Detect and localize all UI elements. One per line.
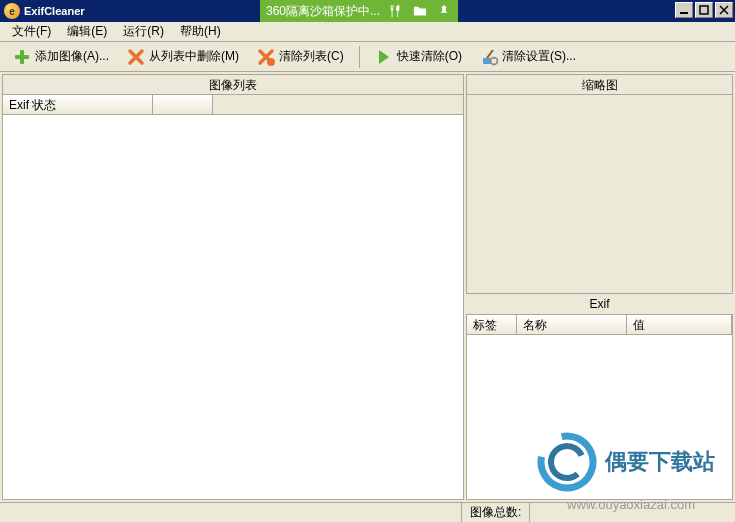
image-list[interactable]: Exif 状态	[3, 95, 463, 499]
value-column[interactable]: 值	[627, 315, 732, 334]
image-list-title: 图像列表	[3, 75, 463, 95]
clear-list-icon	[257, 48, 275, 66]
sandbox-pin-icon[interactable]	[436, 3, 452, 19]
menu-edit[interactable]: 编辑(E)	[59, 21, 115, 42]
statusbar: 图像总数:	[0, 502, 735, 522]
quick-clean-button[interactable]: 快速清除(O)	[368, 45, 469, 69]
sandbox-folder-icon[interactable]	[412, 3, 428, 19]
titlebar: e ExifCleaner 360隔离沙箱保护中...	[0, 0, 735, 22]
left-pane: 图像列表 Exif 状态	[2, 74, 464, 500]
remove-from-list-label: 从列表中删除(M)	[149, 48, 239, 65]
name-column[interactable]: 名称	[517, 315, 627, 334]
maximize-button[interactable]	[695, 2, 713, 18]
exif-title: Exif	[466, 294, 733, 314]
svg-rect-3	[15, 55, 29, 59]
menu-help[interactable]: 帮助(H)	[172, 21, 229, 42]
exif-section: Exif 标签 名称 值	[466, 294, 733, 500]
main-area: 图像列表 Exif 状态 缩略图 Exif 标签 名称 值	[0, 72, 735, 502]
empty-column[interactable]	[153, 95, 213, 114]
sandbox-cutlery-icon[interactable]	[388, 3, 404, 19]
sandbox-badge: 360隔离沙箱保护中...	[260, 0, 458, 22]
menu-file[interactable]: 文件(F)	[4, 21, 59, 42]
settings-brush-icon	[480, 48, 498, 66]
svg-rect-0	[680, 12, 688, 14]
image-list-header: Exif 状态	[3, 95, 463, 115]
menubar: 文件(F) 编辑(E) 运行(R) 帮助(H)	[0, 22, 735, 42]
toolbar-separator	[359, 46, 360, 68]
quick-clean-label: 快速清除(O)	[397, 48, 462, 65]
thumbnail-title: 缩略图	[466, 74, 733, 94]
clear-list-button[interactable]: 清除列表(C)	[250, 45, 351, 69]
exif-status-column[interactable]: Exif 状态	[3, 95, 153, 114]
svg-point-4	[267, 58, 275, 66]
exif-table[interactable]: 标签 名称 值	[466, 314, 733, 500]
status-image-count: 图像总数:	[462, 503, 530, 522]
close-button[interactable]	[715, 2, 733, 18]
image-list-body[interactable]	[3, 115, 463, 499]
tag-column[interactable]: 标签	[467, 315, 517, 334]
clean-settings-button[interactable]: 清除设置(S)...	[473, 45, 583, 69]
remove-from-list-button[interactable]: 从列表中删除(M)	[120, 45, 246, 69]
titlebar-text: ExifCleaner	[24, 5, 85, 17]
add-icon	[13, 48, 31, 66]
app-icon: e	[4, 3, 20, 19]
add-image-button[interactable]: 添加图像(A)...	[6, 45, 116, 69]
menu-run[interactable]: 运行(R)	[115, 21, 172, 42]
toolbar: 添加图像(A)... 从列表中删除(M) 清除列表(C) 快速清除(O) 清除设…	[0, 42, 735, 72]
remove-icon	[127, 48, 145, 66]
svg-rect-1	[700, 6, 708, 14]
right-pane: 缩略图 Exif 标签 名称 值	[466, 74, 733, 500]
thumbnail-area	[466, 94, 733, 294]
exif-table-header: 标签 名称 值	[467, 315, 732, 335]
add-image-label: 添加图像(A)...	[35, 48, 109, 65]
window-controls	[675, 2, 733, 18]
minimize-button[interactable]	[675, 2, 693, 18]
clear-list-label: 清除列表(C)	[279, 48, 344, 65]
quick-clean-icon	[375, 48, 393, 66]
clean-settings-label: 清除设置(S)...	[502, 48, 576, 65]
status-left	[0, 503, 462, 522]
sandbox-text: 360隔离沙箱保护中...	[266, 3, 380, 20]
